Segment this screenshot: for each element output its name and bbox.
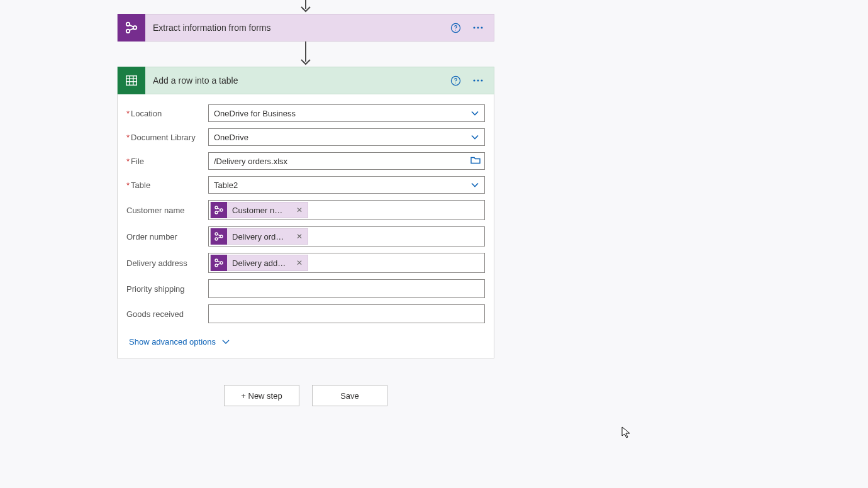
label-goods-received: Goods received	[126, 309, 208, 319]
more-icon[interactable]	[472, 26, 484, 30]
label-priority-shipping: Priority shipping	[126, 284, 208, 294]
step-title: Extract information from forms	[145, 23, 450, 33]
svg-point-7	[455, 30, 456, 30]
svg-point-19	[473, 79, 475, 81]
svg-line-30	[218, 235, 221, 236]
svg-point-21	[481, 79, 482, 81]
svg-point-32	[215, 259, 218, 262]
folder-icon[interactable]	[470, 156, 481, 167]
priority-shipping-input[interactable]	[208, 279, 485, 298]
show-advanced-options-link[interactable]: Show advanced options	[129, 337, 230, 347]
remove-token-icon[interactable]: ✕	[291, 206, 308, 214]
svg-line-26	[218, 211, 221, 212]
svg-line-25	[218, 208, 221, 209]
new-step-button[interactable]: + New step	[224, 385, 299, 406]
location-value: OneDrive for Business	[214, 109, 296, 118]
file-value: /Delivery orders.xlsx	[214, 157, 287, 166]
step-add-row[interactable]: Add a row into a table	[117, 67, 494, 94]
svg-point-1	[126, 23, 130, 26]
document-library-dropdown[interactable]: OneDrive	[208, 128, 485, 146]
order-number-input[interactable]: Delivery order ... ✕	[208, 226, 485, 247]
remove-token-icon[interactable]: ✕	[291, 258, 308, 267]
remove-token-icon[interactable]: ✕	[291, 232, 308, 241]
adv-link-text: Show advanced options	[129, 337, 216, 347]
svg-point-28	[215, 238, 218, 240]
svg-point-24	[220, 209, 223, 211]
label-customer-name: Customer name	[126, 206, 208, 215]
chevron-down-icon	[470, 133, 479, 142]
help-icon[interactable]	[450, 75, 461, 86]
label-delivery-address: Delivery address	[126, 258, 208, 268]
help-icon[interactable]	[450, 23, 461, 33]
token-label: Delivery addre...	[227, 258, 291, 268]
excel-icon	[118, 67, 145, 94]
chevron-down-icon	[470, 180, 479, 190]
label-table: *Table	[126, 180, 208, 190]
goods-received-input[interactable]	[208, 304, 485, 323]
doclib-value: OneDrive	[214, 133, 248, 142]
delivery-address-input[interactable]: Delivery addre... ✕	[208, 253, 485, 273]
svg-point-18	[455, 82, 456, 83]
location-dropdown[interactable]: OneDrive for Business	[208, 104, 485, 122]
table-dropdown[interactable]: Table2	[208, 176, 485, 194]
dynamic-token[interactable]: Delivery addre... ✕	[210, 255, 308, 271]
dynamic-token[interactable]: Customer nam... ✕	[210, 202, 308, 218]
table-value: Table2	[214, 180, 238, 190]
svg-point-8	[473, 26, 475, 28]
file-input[interactable]: /Delivery orders.xlsx	[208, 152, 485, 170]
svg-point-29	[220, 235, 223, 238]
more-icon[interactable]	[472, 79, 484, 82]
flow-arrow-1	[117, 0, 494, 14]
svg-line-36	[218, 263, 221, 265]
svg-point-33	[215, 264, 218, 267]
svg-rect-12	[126, 76, 137, 86]
ai-builder-icon	[211, 202, 227, 218]
svg-point-22	[215, 206, 218, 209]
mouse-cursor-icon	[621, 426, 632, 441]
step-title: Add a row into a table	[145, 75, 450, 86]
flow-arrow-2	[117, 42, 494, 67]
svg-point-23	[215, 211, 218, 214]
svg-line-35	[218, 261, 221, 262]
svg-point-10	[481, 26, 482, 28]
svg-point-9	[477, 26, 479, 28]
svg-point-3	[133, 26, 137, 30]
label-location: *Location	[126, 109, 208, 118]
token-label: Customer nam...	[227, 206, 291, 215]
step-body: *Location OneDrive for Business *Documen…	[117, 94, 494, 358]
label-file: *File	[126, 157, 208, 166]
svg-point-2	[126, 30, 130, 33]
save-button[interactable]: Save	[312, 385, 387, 406]
svg-line-4	[130, 25, 133, 27]
token-label: Delivery order ...	[227, 232, 291, 241]
svg-line-31	[218, 237, 221, 238]
svg-point-27	[215, 233, 218, 235]
ai-builder-icon	[211, 255, 227, 271]
svg-line-5	[130, 28, 133, 30]
customer-name-input[interactable]: Customer nam... ✕	[208, 200, 485, 220]
ai-builder-icon	[118, 14, 145, 42]
svg-point-34	[220, 262, 223, 264]
dynamic-token[interactable]: Delivery order ... ✕	[210, 228, 308, 245]
svg-point-20	[477, 79, 479, 81]
chevron-down-icon	[222, 340, 230, 345]
chevron-down-icon	[470, 109, 479, 118]
ai-builder-icon	[211, 228, 227, 245]
label-order-number: Order number	[126, 232, 208, 241]
label-doclib: *Document Library	[126, 133, 208, 142]
step-extract-information[interactable]: Extract information from forms	[117, 14, 494, 42]
